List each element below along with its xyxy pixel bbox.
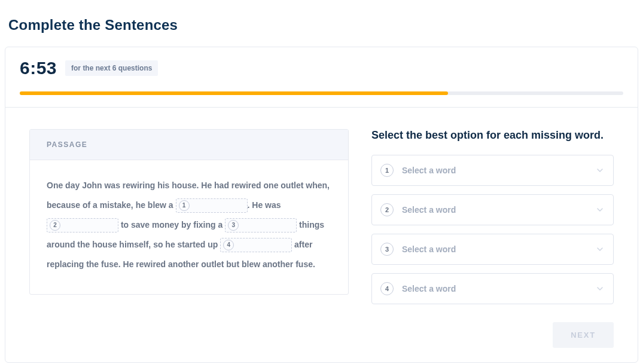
timer-value: 6:53 (20, 58, 57, 78)
progress-fill (20, 91, 448, 95)
select-placeholder: Select a word (402, 244, 588, 254)
chevron-down-icon (596, 206, 604, 213)
next-button[interactable]: NEXT (553, 322, 614, 348)
word-select-3[interactable]: 3Select a word (371, 234, 614, 265)
blank-number-icon: 1 (179, 200, 190, 211)
passage-label: PASSAGE (30, 130, 348, 160)
question-card: 6:53 for the next 6 questions PASSAGE On… (5, 47, 638, 363)
chevron-down-icon (596, 167, 604, 174)
blank-space (234, 240, 289, 250)
word-select-2[interactable]: 2Select a word (371, 194, 614, 225)
passage-card: PASSAGE One day John was rewiring his ho… (29, 129, 349, 295)
progress-track (20, 91, 623, 95)
word-select-4[interactable]: 4Select a word (371, 273, 614, 304)
instruction-text: Select the best option for each missing … (371, 129, 614, 142)
select-number-badge: 4 (380, 282, 394, 295)
select-number-badge: 1 (380, 164, 394, 177)
chevron-down-icon (596, 246, 604, 253)
page-title: Complete the Sentences (8, 17, 638, 33)
blank-number-icon: 3 (228, 220, 239, 231)
select-number-badge: 2 (380, 203, 394, 216)
passage-blank-4: 4 (220, 238, 292, 252)
passage-text: to save money by fixing a (118, 220, 225, 230)
passage-text: . He was (248, 200, 281, 210)
select-placeholder: Select a word (402, 284, 588, 293)
select-number-badge: 3 (380, 243, 394, 256)
select-placeholder: Select a word (402, 205, 588, 215)
passage-blank-1: 1 (176, 198, 248, 213)
select-placeholder: Select a word (402, 166, 588, 175)
blank-space (60, 220, 115, 231)
passage-body: One day John was rewiring his house. He … (30, 160, 348, 294)
passage-blank-2: 2 (47, 218, 118, 233)
blank-space (239, 220, 294, 231)
timer-badge: for the next 6 questions (65, 60, 158, 76)
blank-space (190, 200, 245, 211)
word-select-1[interactable]: 1Select a word (371, 155, 614, 186)
blank-number-icon: 4 (223, 240, 234, 250)
chevron-down-icon (596, 285, 604, 292)
blank-number-icon: 2 (50, 220, 60, 231)
passage-blank-3: 3 (225, 218, 297, 233)
